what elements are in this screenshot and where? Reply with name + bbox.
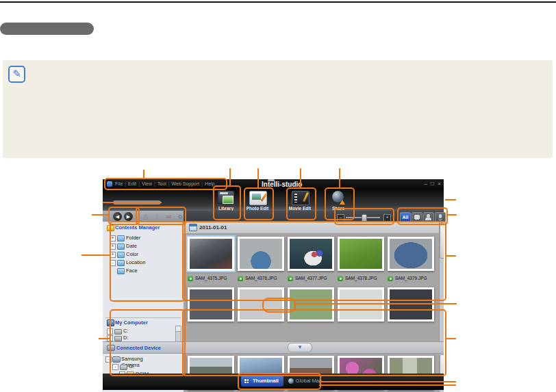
page-top-rule <box>0 1 556 3</box>
callout-line-action-icons <box>103 202 162 203</box>
maximize-button[interactable]: □ <box>429 181 435 187</box>
callout-menu-bar <box>104 178 227 190</box>
callout-line-divider-arrow <box>294 303 457 304</box>
callout-line-menu <box>143 170 144 179</box>
callout-bottom-grid <box>182 309 446 376</box>
callout-line-top-grid <box>445 255 456 257</box>
callout-line-tab-thumbnail <box>319 381 456 382</box>
callout-library <box>213 185 241 220</box>
redacted-section-title <box>0 23 94 35</box>
callout-line-tab-global-map <box>319 384 456 386</box>
callout-line-photo-edit <box>257 168 259 188</box>
callout-connected-device <box>110 309 186 376</box>
callout-bottom-tabs <box>238 373 321 390</box>
callout-line-bottom-grid <box>445 338 456 339</box>
callout-line-filters <box>446 214 457 215</box>
page: ✎ File | Edit | View | Tool | Web Suppor… <box>0 0 556 392</box>
callout-line-nav-arrows <box>92 214 109 215</box>
callout-line-share <box>339 168 340 188</box>
callout-top-grid <box>182 221 446 301</box>
callout-contents-manager <box>110 221 186 302</box>
callout-line-library <box>229 168 231 187</box>
note-box: ✎ <box>3 60 553 158</box>
callout-line-contents-manager <box>81 254 110 256</box>
minimize-button[interactable]: – <box>422 181 429 187</box>
callout-photo-edit <box>244 187 274 220</box>
callout-line-zoom-slider <box>445 199 456 200</box>
callout-line-connected-device <box>99 338 110 339</box>
callout-line-movie-edit <box>300 168 301 188</box>
callout-movie-edit <box>286 187 316 220</box>
note-pencil-icon: ✎ <box>8 66 25 83</box>
close-button[interactable]: × <box>436 181 442 187</box>
